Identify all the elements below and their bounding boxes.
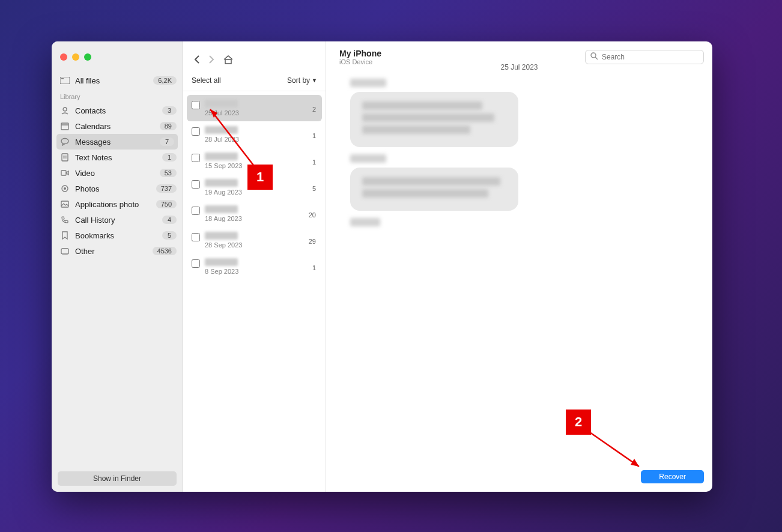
conversation-item[interactable]: 8 Sep 20231 bbox=[187, 253, 322, 280]
conversation-date-header: 25 Jul 2023 bbox=[500, 63, 538, 71]
sort-by-label: Sort by bbox=[287, 76, 310, 85]
conversation-checkbox[interactable] bbox=[192, 207, 200, 215]
sender-label-blurred bbox=[350, 154, 386, 163]
recover-button[interactable]: Recover bbox=[641, 470, 704, 483]
show-in-finder-button[interactable]: Show in Finder bbox=[58, 471, 177, 486]
svg-point-2 bbox=[63, 107, 67, 111]
svg-rect-13 bbox=[61, 201, 68, 207]
message-count: 29 bbox=[309, 238, 316, 245]
conversation-date: 8 Sep 2023 bbox=[205, 268, 317, 275]
conversation-checkbox[interactable] bbox=[192, 127, 200, 136]
sidebar-badge: 750 bbox=[156, 200, 177, 208]
contact-name-blurred bbox=[205, 205, 238, 213]
home-button[interactable] bbox=[223, 55, 234, 67]
contact-name-blurred bbox=[205, 126, 238, 134]
message-count: 1 bbox=[312, 132, 316, 139]
conversation-checkbox[interactable] bbox=[192, 101, 200, 109]
search-field[interactable] bbox=[585, 50, 704, 64]
calendar-icon bbox=[60, 121, 70, 131]
notes-icon bbox=[60, 153, 70, 162]
message-bubbles bbox=[326, 75, 712, 235]
sidebar-item-label: Bookmarks bbox=[75, 231, 114, 240]
sidebar-item-label: Contacts bbox=[75, 106, 106, 115]
sidebar-badge: 5 bbox=[162, 231, 177, 240]
conversation-item[interactable]: 19 Aug 20235 bbox=[187, 174, 322, 201]
sidebar-item-contacts[interactable]: Contacts3 bbox=[52, 103, 183, 118]
conversation-item[interactable]: 28 Jul 20231 bbox=[187, 121, 322, 148]
sidebar-item-applications-photo[interactable]: Applications photo750 bbox=[52, 196, 183, 212]
conversation-list-panel: Select all Sort by ▼ 25 Jul 2023228 Jul … bbox=[183, 41, 326, 492]
sidebar-item-all-files[interactable]: All files 6,2K bbox=[52, 73, 183, 88]
conversation-checkbox[interactable] bbox=[192, 259, 200, 268]
sidebar-item-label: Photos bbox=[75, 184, 99, 193]
search-input[interactable] bbox=[602, 53, 699, 61]
contact-name-blurred bbox=[205, 258, 238, 266]
other-icon bbox=[60, 246, 70, 256]
bookmark-icon bbox=[60, 231, 70, 240]
sidebar-item-call-history[interactable]: Call History4 bbox=[52, 212, 183, 228]
svg-rect-6 bbox=[62, 154, 68, 161]
svg-rect-14 bbox=[61, 249, 68, 254]
sidebar-badge: 4536 bbox=[153, 247, 177, 255]
page-title: My iPhone bbox=[339, 49, 381, 58]
message-bubble bbox=[350, 168, 518, 211]
select-all-button[interactable]: Select all bbox=[192, 76, 221, 85]
messages-icon bbox=[60, 137, 70, 147]
conversation-item[interactable]: 25 Jul 20232 bbox=[187, 95, 322, 121]
sidebar-item-other[interactable]: Other4536 bbox=[52, 243, 183, 259]
video-icon bbox=[60, 168, 70, 178]
svg-line-17 bbox=[595, 57, 598, 59]
contact-name-blurred bbox=[205, 179, 238, 187]
sidebar-item-label: Applications photo bbox=[75, 200, 139, 209]
conversation-checkbox[interactable] bbox=[192, 180, 200, 189]
svg-rect-1 bbox=[61, 78, 64, 79]
sort-by-dropdown[interactable]: Sort by ▼ bbox=[287, 76, 317, 85]
conversation-date: 19 Aug 2023 bbox=[205, 189, 317, 196]
search-icon bbox=[590, 52, 598, 62]
conversation-item[interactable]: 18 Aug 202320 bbox=[187, 201, 322, 227]
conversation-date: 28 Sep 2023 bbox=[205, 241, 317, 249]
conversation-date: 28 Jul 2023 bbox=[205, 136, 317, 143]
message-count: 5 bbox=[312, 185, 316, 192]
sidebar-badge: 4 bbox=[162, 216, 177, 224]
minimize-window-button[interactable] bbox=[72, 53, 79, 61]
page-subtitle: iOS Device bbox=[339, 58, 381, 65]
sidebar-item-label: Other bbox=[75, 247, 95, 256]
sidebar-item-label: Text Notes bbox=[75, 153, 112, 162]
maximize-window-button[interactable] bbox=[84, 53, 91, 61]
message-count: 2 bbox=[312, 106, 316, 113]
conversation-list: 25 Jul 2023228 Jul 2023115 Sep 2023119 A… bbox=[183, 91, 326, 492]
sidebar-item-label: All files bbox=[75, 76, 100, 85]
sidebar-item-label: Messages bbox=[75, 138, 111, 147]
message-count: 20 bbox=[309, 211, 316, 219]
sender-label-blurred bbox=[350, 218, 380, 226]
appphoto-icon bbox=[60, 199, 70, 209]
close-window-button[interactable] bbox=[60, 53, 67, 61]
contact-name-blurred bbox=[205, 100, 238, 107]
conversation-item[interactable]: 15 Sep 20231 bbox=[187, 148, 322, 174]
sidebar-item-text-notes[interactable]: Text Notes1 bbox=[52, 150, 183, 165]
sidebar-item-label: Video bbox=[75, 169, 95, 178]
svg-rect-9 bbox=[61, 171, 66, 175]
chevron-down-icon: ▼ bbox=[312, 77, 317, 83]
sidebar-item-bookmarks[interactable]: Bookmarks5 bbox=[52, 228, 183, 243]
conversation-date: 25 Jul 2023 bbox=[205, 109, 317, 116]
sidebar-badge: 3 bbox=[162, 106, 177, 115]
back-button[interactable] bbox=[194, 55, 200, 66]
sidebar-item-messages[interactable]: Messages7 bbox=[56, 134, 178, 150]
sidebar-item-calendars[interactable]: Calendars89 bbox=[52, 118, 183, 134]
conversation-checkbox[interactable] bbox=[192, 233, 200, 241]
sidebar-item-label: Calendars bbox=[75, 122, 111, 131]
svg-rect-15 bbox=[225, 59, 231, 64]
sender-label-blurred bbox=[350, 79, 386, 87]
sidebar-section-header: Library bbox=[52, 91, 183, 103]
sidebar-item-video[interactable]: Video53 bbox=[52, 165, 183, 181]
conversation-item[interactable]: 28 Sep 202329 bbox=[187, 227, 322, 253]
conversation-checkbox[interactable] bbox=[192, 154, 200, 162]
message-content-panel: My iPhone iOS Device 25 Jul 2023 bbox=[326, 41, 712, 492]
sidebar-item-photos[interactable]: Photos737 bbox=[52, 181, 183, 196]
forward-button[interactable] bbox=[208, 55, 214, 66]
svg-point-11 bbox=[64, 187, 66, 190]
message-bubble bbox=[350, 92, 518, 147]
photos-icon bbox=[60, 184, 70, 193]
